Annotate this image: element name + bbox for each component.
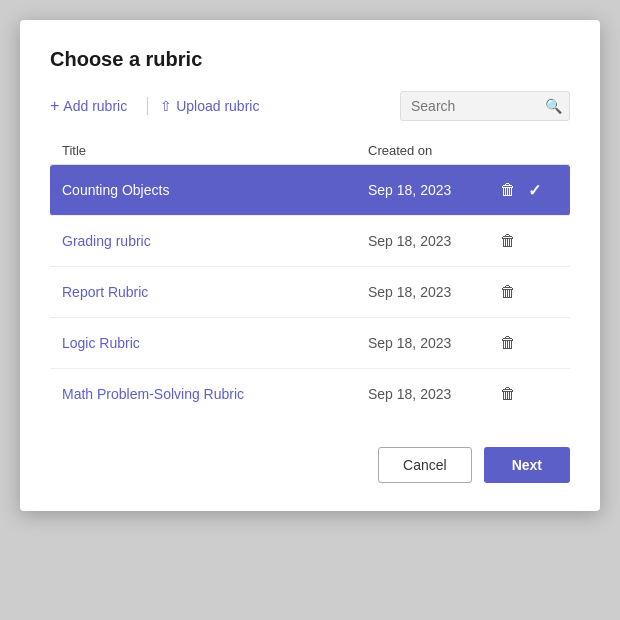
rubric-title: Counting Objects bbox=[62, 182, 368, 198]
search-wrapper: 🔍 bbox=[400, 91, 570, 121]
row-actions: 🗑 bbox=[498, 332, 558, 354]
col-created-header: Created on bbox=[368, 143, 498, 158]
rubric-title: Math Problem-Solving Rubric bbox=[62, 386, 368, 402]
upload-arrow-icon: ⇧ bbox=[160, 98, 172, 114]
trash-icon: 🗑 bbox=[500, 385, 516, 403]
check-icon: ✓ bbox=[528, 181, 541, 200]
delete-rubric-button[interactable]: 🗑 bbox=[498, 179, 518, 201]
toolbar: + Add rubric ⇧ Upload rubric 🔍 bbox=[50, 91, 570, 121]
rubric-title: Report Rubric bbox=[62, 284, 368, 300]
modal-footer: Cancel Next bbox=[50, 447, 570, 483]
delete-rubric-button[interactable]: 🗑 bbox=[498, 281, 518, 303]
upload-rubric-button[interactable]: ⇧ Upload rubric bbox=[160, 92, 259, 120]
col-title-header: Title bbox=[62, 143, 368, 158]
rubric-title: Grading rubric bbox=[62, 233, 368, 249]
rubrics-list: Counting Objects Sep 18, 2023 🗑 ✓ Gradin… bbox=[50, 165, 570, 419]
rubric-date: Sep 18, 2023 bbox=[368, 335, 498, 351]
add-rubric-label: Add rubric bbox=[63, 98, 127, 114]
rubric-title: Logic Rubric bbox=[62, 335, 368, 351]
row-actions: 🗑 ✓ bbox=[498, 179, 558, 201]
table-header: Title Created on bbox=[50, 137, 570, 165]
add-rubric-button[interactable]: + Add rubric bbox=[50, 92, 135, 120]
rubric-row[interactable]: Counting Objects Sep 18, 2023 🗑 ✓ bbox=[50, 165, 570, 216]
row-actions: 🗑 bbox=[498, 281, 558, 303]
trash-icon: 🗑 bbox=[500, 232, 516, 250]
trash-icon: 🗑 bbox=[500, 334, 516, 352]
delete-rubric-button[interactable]: 🗑 bbox=[498, 230, 518, 252]
delete-rubric-button[interactable]: 🗑 bbox=[498, 332, 518, 354]
cancel-button[interactable]: Cancel bbox=[378, 447, 472, 483]
row-actions: 🗑 bbox=[498, 383, 558, 405]
rubric-row[interactable]: Math Problem-Solving Rubric Sep 18, 2023… bbox=[50, 369, 570, 419]
plus-icon: + bbox=[50, 98, 59, 114]
next-button[interactable]: Next bbox=[484, 447, 570, 483]
choose-rubric-modal: Choose a rubric + Add rubric ⇧ Upload ru… bbox=[20, 20, 600, 511]
rubric-row[interactable]: Report Rubric Sep 18, 2023 🗑 bbox=[50, 267, 570, 318]
row-actions: 🗑 bbox=[498, 230, 558, 252]
rubric-date: Sep 18, 2023 bbox=[368, 233, 498, 249]
rubric-date: Sep 18, 2023 bbox=[368, 182, 498, 198]
delete-rubric-button[interactable]: 🗑 bbox=[498, 383, 518, 405]
toolbar-divider bbox=[147, 97, 148, 115]
rubric-row[interactable]: Grading rubric Sep 18, 2023 🗑 bbox=[50, 216, 570, 267]
upload-rubric-label: Upload rubric bbox=[176, 98, 259, 114]
search-input[interactable] bbox=[400, 91, 570, 121]
rubric-date: Sep 18, 2023 bbox=[368, 386, 498, 402]
rubric-date: Sep 18, 2023 bbox=[368, 284, 498, 300]
rubric-row[interactable]: Logic Rubric Sep 18, 2023 🗑 bbox=[50, 318, 570, 369]
trash-icon: 🗑 bbox=[500, 283, 516, 301]
trash-icon: 🗑 bbox=[500, 181, 516, 199]
modal-title: Choose a rubric bbox=[50, 48, 570, 71]
